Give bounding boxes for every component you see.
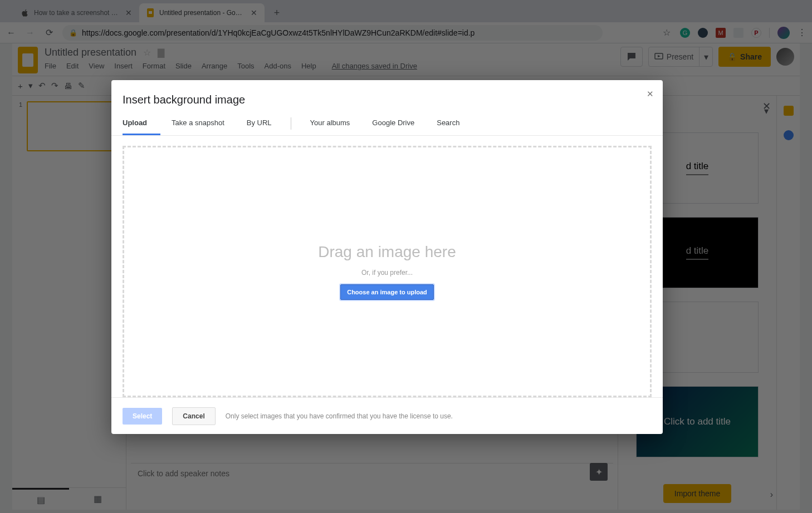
or-text: Or, if you prefer... [361,269,413,277]
tab-snapshot[interactable]: Take a snapshot [160,112,236,135]
tab-your-albums[interactable]: Your albums [299,112,361,135]
dialog-title: Insert background image [111,80,663,112]
close-icon[interactable]: ✕ [647,89,654,99]
dialog-tabs: Upload Take a snapshot By URL Your album… [111,112,663,136]
drag-text: Drag an image here [318,243,456,261]
choose-image-button[interactable]: Choose an image to upload [340,284,434,300]
separator [291,117,291,130]
tab-by-url[interactable]: By URL [236,112,283,135]
select-button[interactable]: Select [123,408,162,425]
insert-image-dialog: Insert background image ✕ Upload Take a … [111,80,663,434]
tab-upload[interactable]: Upload [123,112,160,135]
dialog-footer: Select Cancel Only select images that yo… [111,397,663,434]
tab-search[interactable]: Search [425,112,471,135]
tab-google-drive[interactable]: Google Drive [361,112,425,135]
cancel-button[interactable]: Cancel [172,407,215,425]
upload-dropzone[interactable]: Drag an image here Or, if you prefer... … [123,146,652,397]
license-note: Only select images that you have confirm… [226,412,453,420]
